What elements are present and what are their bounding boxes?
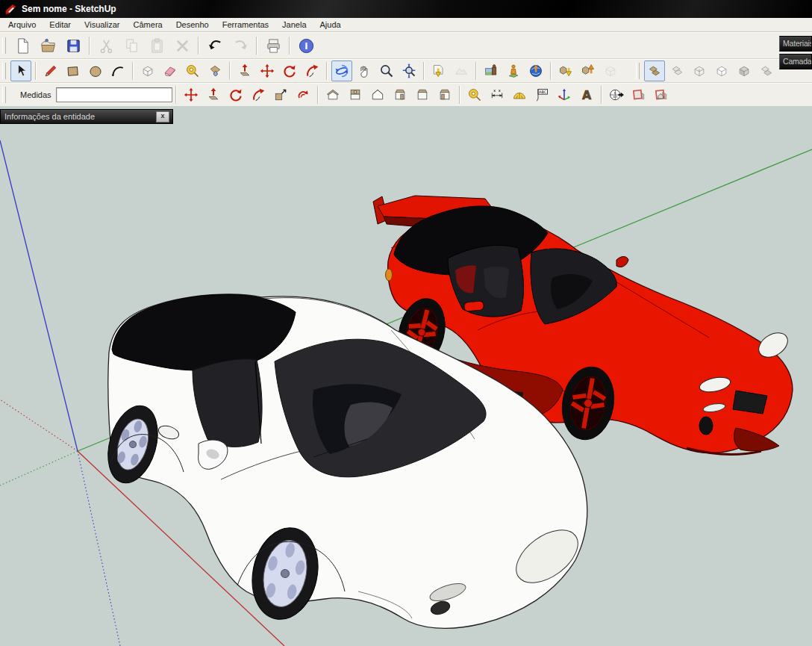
view-back-button[interactable] (412, 84, 433, 105)
get-models-icon (558, 63, 573, 78)
arc-button[interactable] (107, 60, 128, 81)
menu-janela[interactable]: Janela (275, 19, 313, 30)
protractor-button[interactable] (509, 84, 530, 105)
circle-button[interactable] (85, 60, 106, 81)
make-component-button[interactable] (137, 60, 158, 81)
redo-button (228, 34, 252, 57)
arc-tool-icon (110, 63, 125, 78)
preview-in-google-earth-button[interactable] (525, 60, 546, 81)
shaded-with-textures-button[interactable] (644, 60, 665, 81)
entity-info-panel-titlebar[interactable]: Informações da entidade x (0, 109, 173, 124)
toolbar-grip[interactable] (2, 63, 6, 79)
threed-text-icon (579, 87, 594, 102)
copy-button (119, 34, 143, 57)
display-section-cuts-button[interactable] (651, 84, 672, 105)
rotate-button[interactable] (225, 84, 246, 105)
text-tool-icon (534, 87, 549, 102)
paste-button (145, 34, 169, 57)
x-ray-button[interactable] (666, 60, 687, 81)
viewport-canvas[interactable] (0, 106, 812, 646)
zoom-extents-button[interactable] (399, 60, 419, 81)
toolbar-grip[interactable] (2, 87, 6, 103)
eraser-button[interactable] (160, 60, 181, 81)
follow-me-button[interactable] (248, 84, 269, 105)
layers-panel-titlebar[interactable]: Camadas (779, 54, 812, 69)
menu-desenho[interactable]: Desenho (169, 19, 216, 30)
cut-button (94, 34, 118, 57)
save-button[interactable] (61, 34, 85, 57)
share-models-icon (581, 63, 596, 78)
axis-green-dashed (0, 451, 78, 485)
push-pull-button[interactable] (203, 84, 224, 105)
sketchup-logo-icon (4, 3, 16, 15)
rotate-button[interactable] (279, 60, 300, 81)
view-front-button[interactable] (367, 84, 388, 105)
view-left-button[interactable] (434, 84, 455, 105)
display-section-planes-button[interactable] (628, 84, 649, 105)
menu-arquivo[interactable]: Arquivo (1, 19, 43, 30)
axes-tool-icon (557, 87, 572, 102)
materials-panel-titlebar[interactable]: Materiais (779, 36, 812, 52)
hidden-line-button[interactable] (711, 60, 732, 81)
model-info-button[interactable] (294, 34, 318, 57)
add-new-building-button[interactable] (503, 60, 524, 81)
move-button[interactable] (257, 60, 278, 81)
paste-icon (149, 37, 166, 55)
view-iso-button[interactable] (322, 84, 343, 105)
view-right-button[interactable] (390, 84, 410, 105)
entity-info-close-icon[interactable]: x (156, 111, 169, 122)
zoom-icon (379, 63, 394, 78)
rotate-icon (228, 87, 243, 102)
photo-textures-button[interactable] (481, 60, 502, 81)
paint-bucket-button[interactable] (204, 60, 225, 81)
section-plane-button[interactable] (606, 84, 627, 105)
menu-ferramentas[interactable]: Ferramentas (216, 19, 275, 30)
follow-me-button[interactable] (302, 60, 322, 81)
dimension-button[interactable] (487, 84, 508, 105)
tape-icon (467, 87, 482, 102)
get-current-view-button[interactable] (428, 60, 449, 81)
new-button[interactable] (10, 34, 34, 57)
pan-button[interactable] (354, 60, 375, 81)
monochrome-button[interactable] (756, 60, 777, 81)
tape-measure-button[interactable] (464, 84, 485, 105)
add-building-icon (506, 63, 521, 78)
menu-visualizar[interactable]: Visualizar (78, 19, 127, 30)
tape-measure-button[interactable] (182, 60, 203, 81)
window-titlebar[interactable]: Sem nome - SketchUp (0, 0, 812, 18)
axes-button[interactable] (554, 84, 575, 105)
wireframe-button[interactable] (689, 60, 710, 81)
menu-ajuda[interactable]: Ajuda (313, 19, 348, 30)
view-left-icon (437, 87, 452, 102)
sec-planes-icon (631, 87, 646, 102)
toolbar-grip[interactable] (636, 63, 640, 79)
menu-editar[interactable]: Editar (43, 19, 78, 30)
offset-button[interactable] (293, 84, 313, 105)
select-button[interactable] (10, 60, 31, 81)
open-button[interactable] (36, 34, 60, 57)
modeling-viewport[interactable] (0, 106, 812, 646)
get-models-button[interactable] (555, 60, 576, 81)
measurements-input[interactable] (56, 87, 172, 102)
push-pull-button[interactable] (234, 60, 255, 81)
scale-button[interactable] (270, 84, 291, 105)
view-top-button[interactable] (345, 84, 366, 105)
shaded-button[interactable] (734, 60, 755, 81)
fs-mono-icon (759, 63, 774, 78)
zoom-button[interactable] (376, 60, 397, 81)
3d-text-button[interactable] (576, 84, 597, 105)
get-view-icon (431, 63, 446, 78)
print-button[interactable] (261, 34, 285, 57)
move-button[interactable] (181, 84, 202, 105)
share-models-button[interactable] (578, 60, 599, 81)
orbit-button[interactable] (331, 60, 352, 81)
menu-camera[interactable]: Câmera (127, 19, 169, 30)
text-button[interactable] (531, 84, 552, 105)
toolbar-grip[interactable] (2, 37, 6, 54)
line-button[interactable] (40, 60, 61, 81)
rectangle-button[interactable] (63, 60, 84, 81)
rect-tool-icon (66, 63, 81, 78)
copy-icon (123, 37, 140, 55)
scale-icon (273, 87, 288, 102)
undo-button[interactable] (203, 34, 227, 57)
